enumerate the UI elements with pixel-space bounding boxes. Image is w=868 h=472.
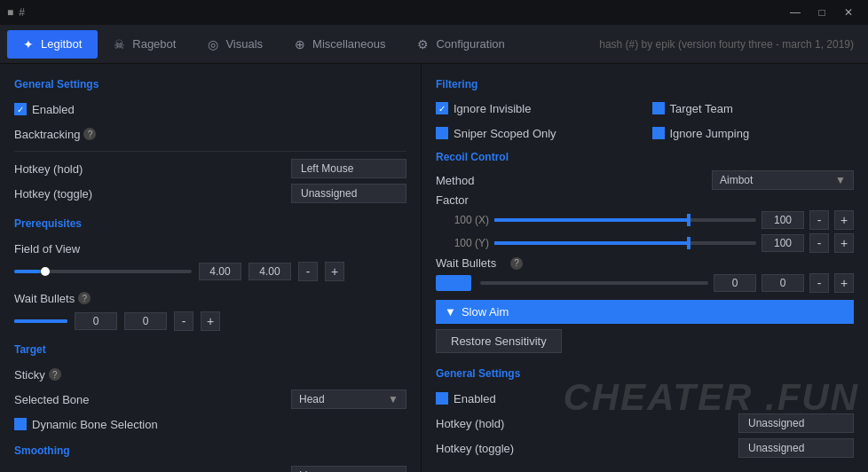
right-hotkey-hold-label: Hotkey (hold) bbox=[436, 417, 578, 430]
factor-x-slider[interactable] bbox=[494, 218, 756, 222]
legitbot-icon: ✦ bbox=[23, 37, 34, 51]
right-hotkey-toggle-row: Hotkey (toggle) Unassigned bbox=[436, 437, 854, 460]
tab-legitbot-label: Legitbot bbox=[41, 37, 82, 51]
right-wait-bullets-minus-btn[interactable]: - bbox=[809, 273, 829, 293]
fov-value1: 4.00 bbox=[199, 263, 241, 280]
wait-bullets-value2: 0 bbox=[124, 312, 167, 330]
hotkey-hold-label: Hotkey (hold) bbox=[14, 162, 156, 176]
right-panel: Filtering ✓ Ignore Invisible Target Team… bbox=[422, 64, 868, 472]
filtering-title: Filtering bbox=[436, 78, 854, 90]
factor-x-minus-btn[interactable]: - bbox=[809, 210, 829, 230]
wait-bullets-label-row: Wait Bullets ? bbox=[14, 287, 406, 310]
hotkey-toggle-label: Hotkey (toggle) bbox=[14, 187, 156, 201]
app-hash: # bbox=[19, 6, 25, 19]
window-controls: — □ ✕ bbox=[783, 4, 861, 21]
sticky-help-icon[interactable]: ? bbox=[49, 368, 61, 381]
ignore-jumping-checkbox[interactable] bbox=[652, 127, 665, 139]
recoil-factor-label: Factor bbox=[436, 193, 507, 207]
fov-value2: 4.00 bbox=[249, 263, 291, 280]
wait-bullets-help-icon[interactable]: ? bbox=[78, 292, 91, 304]
fov-slider-track[interactable] bbox=[14, 270, 192, 273]
target-team-label: Target Team bbox=[670, 102, 733, 115]
right-enabled-checkbox[interactable] bbox=[436, 392, 448, 405]
visuals-icon: ◎ bbox=[208, 37, 218, 51]
recoil-method-arrow-icon: ▼ bbox=[835, 174, 846, 186]
ignore-invisible-checkbox[interactable]: ✓ bbox=[436, 102, 448, 114]
wait-bullets-slider-track[interactable] bbox=[14, 319, 67, 323]
smoothing-method-row: Method Linear ▼ bbox=[14, 464, 406, 472]
tab-miscellaneous[interactable]: ⊕ Miscellaneous bbox=[279, 30, 401, 59]
minimize-button[interactable]: — bbox=[783, 4, 808, 21]
sniper-scoped-item: Sniper Scoped Only bbox=[436, 122, 638, 144]
enabled-checkbox-wrap[interactable]: ✓ Enabled bbox=[14, 103, 75, 116]
right-enabled-row: Enabled bbox=[436, 387, 854, 410]
right-wait-bullets-slider-row: 0 0 - + bbox=[436, 273, 854, 293]
fov-minus-btn[interactable]: - bbox=[298, 262, 318, 281]
target-team-checkbox[interactable] bbox=[652, 102, 665, 114]
selected-bone-dropdown[interactable]: Head ▼ bbox=[291, 389, 406, 409]
maximize-button[interactable]: □ bbox=[809, 4, 834, 21]
misc-icon: ⊕ bbox=[295, 37, 305, 51]
ragebot-icon: ☠ bbox=[114, 37, 125, 51]
divider-1 bbox=[14, 151, 406, 152]
right-general-settings-title: General Settings bbox=[436, 367, 854, 380]
right-wait-bullets-val1: 0 bbox=[714, 274, 756, 292]
right-wait-bullets-slider[interactable] bbox=[480, 281, 708, 285]
smoothing-method-dropdown[interactable]: Linear ▼ bbox=[291, 466, 406, 472]
title-bar: ■ # — □ ✕ bbox=[0, 0, 868, 25]
filtering-grid: ✓ Ignore Invisible Target Team Sniper Sc… bbox=[436, 98, 854, 144]
selected-bone-row: Selected Bone Head ▼ bbox=[14, 388, 406, 411]
sniper-scoped-label: Sniper Scoped Only bbox=[454, 127, 556, 140]
dynamic-bone-row: Dynamic Bone Selection bbox=[14, 413, 406, 436]
factor-y-row: 100 (Y) 100 - + bbox=[436, 233, 854, 253]
fov-plus-btn[interactable]: + bbox=[325, 262, 344, 281]
fov-label-row: Field of View bbox=[14, 237, 406, 260]
selected-bone-label: Selected Bone bbox=[14, 393, 156, 406]
wait-bullets-blue-bar bbox=[436, 275, 471, 291]
recoil-method-dropdown[interactable]: Aimbot ▼ bbox=[712, 170, 854, 190]
tab-ragebot[interactable]: ☠ Ragebot bbox=[98, 30, 192, 59]
restore-sensitivity-row: Restore Sensitivity bbox=[436, 329, 854, 360]
factor-y-minus-btn[interactable]: - bbox=[809, 233, 829, 253]
right-wait-bullets-plus-btn[interactable]: + bbox=[834, 273, 854, 293]
hotkey-hold-row: Hotkey (hold) Left Mouse bbox=[14, 157, 406, 180]
sniper-scoped-checkbox[interactable] bbox=[436, 127, 448, 139]
right-wait-bullets-label-row: Wait Bullets ? bbox=[436, 256, 854, 270]
factor-x-plus-btn[interactable]: + bbox=[834, 210, 854, 230]
hotkey-hold-value[interactable]: Left Mouse bbox=[291, 159, 406, 178]
enabled-checkbox[interactable]: ✓ bbox=[14, 103, 27, 115]
hotkey-toggle-value[interactable]: Unassigned bbox=[291, 184, 406, 203]
header-subtitle: hash (#) by epik (version fourty three -… bbox=[599, 38, 861, 51]
selected-bone-arrow-icon: ▼ bbox=[388, 393, 398, 405]
left-panel: General Settings ✓ Enabled Backtracking … bbox=[0, 64, 422, 472]
enabled-row: ✓ Enabled bbox=[14, 98, 406, 121]
right-hotkey-hold-value[interactable]: Unassigned bbox=[738, 413, 854, 433]
right-wait-bullets-val2: 0 bbox=[761, 274, 804, 292]
right-enabled-checkbox-wrap[interactable]: Enabled bbox=[436, 392, 496, 405]
tab-visuals[interactable]: ◎ Visuals bbox=[192, 30, 279, 59]
right-enabled-label: Enabled bbox=[454, 392, 496, 405]
dynamic-bone-checkbox-wrap[interactable]: Dynamic Bone Selection bbox=[14, 418, 158, 431]
backtracking-help-icon[interactable]: ? bbox=[83, 128, 96, 140]
tab-legitbot[interactable]: ✦ Legitbot bbox=[7, 30, 98, 59]
prerequisites-title: Prerequisites bbox=[14, 217, 406, 230]
recoil-method-row: Method Aimbot ▼ bbox=[436, 170, 854, 190]
factor-y-plus-btn[interactable]: + bbox=[834, 233, 854, 253]
tab-configuration[interactable]: ⚙ Configuration bbox=[401, 30, 520, 59]
general-settings-title: General Settings bbox=[14, 78, 406, 90]
right-wait-bullets-help-icon[interactable]: ? bbox=[510, 257, 523, 270]
slow-aim-header[interactable]: ▼ Slow Aim bbox=[436, 300, 854, 324]
factor-x-value: 100 bbox=[761, 211, 804, 229]
close-button[interactable]: ✕ bbox=[836, 4, 861, 21]
factor-x-label: 100 (X) bbox=[436, 214, 489, 226]
wait-bullets-plus-btn[interactable]: + bbox=[201, 311, 220, 331]
factor-y-slider[interactable] bbox=[494, 241, 756, 245]
right-hotkey-hold-row: Hotkey (hold) Unassigned bbox=[436, 412, 854, 435]
ignore-jumping-item: Ignore Jumping bbox=[652, 122, 855, 144]
right-hotkey-toggle-value[interactable]: Unassigned bbox=[738, 438, 854, 458]
factor-label-row: Factor bbox=[436, 193, 854, 207]
fov-label: Field of View bbox=[14, 242, 80, 256]
dynamic-bone-checkbox[interactable] bbox=[14, 418, 27, 430]
wait-bullets-minus-btn[interactable]: - bbox=[174, 311, 193, 331]
restore-sensitivity-button[interactable]: Restore Sensitivity bbox=[436, 329, 562, 353]
